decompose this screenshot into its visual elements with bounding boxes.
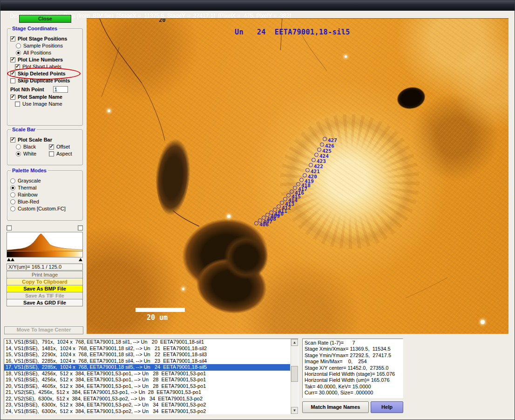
list-item[interactable]: 19, VS1(BSE), 4256x, 512 x 384, EETA7900… [4,377,290,383]
list-item[interactable]: 17, VS1(BSE), 2285x, 1024 x 768, EETA790… [4,364,290,371]
list-item[interactable]: 18, VS1(BSE), 4256x, 512 x 384, EETA7900… [4,371,290,377]
print-image-button[interactable]: Print Image [7,271,83,278]
app-window: Display Probe Image Data (from .BIM file… [0,0,515,420]
list-item[interactable]: 24, VS1(BSE), 6300x, 512 x 384, EETA7900… [4,408,290,415]
scroll-up-button[interactable]: ▲ [291,339,298,346]
list-scrollbar[interactable]: ▲ ▼ [291,339,298,414]
blue-red-label: Blue-Red [18,199,39,204]
range-slider-right[interactable] [79,258,82,261]
probe-image[interactable]: 20 Un 24 EETA79001,18-sil5 4064074084094… [87,18,508,334]
plot-line-numbers-label: Plot Line Numbers [18,57,63,62]
stage-point-421: 421 [305,168,310,172]
stage-point-416: 416 [290,190,294,194]
skip-duplicate-points-checkbox[interactable] [10,78,15,83]
black-radio[interactable] [16,144,21,149]
group-title: Scale Bar [11,127,37,132]
stage-point-414: 414 [283,197,287,201]
point-circle [312,158,316,162]
save-as-grd-button[interactable]: Save As GRD File [7,299,83,306]
skip-deleted-points-label: Skip Deleted Points [18,71,66,76]
list-item[interactable]: 15, VS1(BSE), 2290x, 1024 x 768, EETA790… [4,352,290,358]
save-as-bmp-button[interactable]: Save As BMP File [7,285,83,292]
plot-scale-bar-label: Plot Scale Bar [18,137,52,142]
rainbow-radio[interactable] [10,192,15,197]
point-circle [280,201,284,205]
scroll-down-button[interactable]: ▼ [291,407,298,414]
point-circle [320,142,324,147]
stage-point-412: 412 [277,204,281,209]
blue-red-radio[interactable] [10,199,15,204]
range-slider-left2[interactable] [11,258,14,261]
list-item[interactable]: 14, VS1(BSE), 1481x, 1024 x 768, EETA790… [4,345,290,352]
thermal-radio[interactable] [10,185,15,190]
aspect-checkbox[interactable] [49,151,54,156]
black-label: Black [23,144,39,149]
plot-stage-positions-checkbox[interactable] [10,36,15,41]
point-circle [314,153,318,157]
plot-nth-point-label: Plot Nth Point [10,87,44,92]
list-item[interactable]: 22, VS2(SE), 6300x, 512 x 384, EETA79001… [4,396,290,402]
info-line: Curr= 30.0000, Size= .000000 [305,390,403,396]
grayscale-label: Grayscale [18,178,41,183]
scale-bar-group: Scale Bar Plot Scale Bar BlackOffset Whi… [7,129,83,165]
point-circle [296,182,300,186]
use-image-name-checkbox[interactable] [15,102,20,107]
all-positions-radio[interactable] [16,50,21,55]
point-circle [305,168,310,172]
scale-bar-label: 20 um [147,313,168,322]
stage-point-419: 419 [299,178,304,182]
plot-stage-positions-label: Plot Stage Positions [18,36,67,41]
sample-positions-radio[interactable] [16,43,21,48]
help-button[interactable]: Help [371,401,403,413]
point-circle [299,178,304,182]
bright-spot [182,288,184,290]
histogram-range-sliders[interactable] [7,257,83,262]
plot-short-labels-checkbox[interactable] [15,64,20,69]
grayscale-radio[interactable] [10,178,15,183]
plot-scale-bar-checkbox[interactable] [10,137,15,142]
image-list[interactable]: 13, VS1(BSE), 791x, 1024 x 768, EETA7900… [4,339,298,414]
list-item[interactable]: 21, VS2(SE), 4256x, 512 x 384, EETA79001… [4,389,290,396]
range-slider-left[interactable] [7,258,11,261]
scale-bar [136,308,185,312]
histogram-right-checkbox[interactable] [78,225,83,230]
close-button[interactable]: Close [19,15,71,23]
plot-nth-input[interactable] [53,86,68,93]
info-panel: Scan Rate (1-7)= 7Stage Xmin/Xmax= 11369… [302,339,403,398]
group-title: Palette Modes [11,168,48,173]
plot-sample-name-checkbox[interactable] [10,95,15,100]
custom-palette-radio[interactable] [10,206,15,211]
histogram-range-checkboxes [7,225,83,230]
stage-point-424: 424 [314,153,318,157]
info-line: Stage X/Y center= 11452.0, 27355.0 [305,365,403,371]
point-number-label: 427 [328,137,337,143]
point-circle [293,186,297,190]
bright-spot [108,109,110,112]
point-circle [317,148,321,152]
offset-label: Offset [56,144,70,149]
move-to-image-center-button: Move To Image Center [4,326,83,334]
histogram-left-checkbox[interactable] [7,225,12,230]
plot-line-numbers-checkbox[interactable] [10,57,15,62]
stage-coordinates-group: Stage Coordinates Plot Stage Positions S… [7,28,83,126]
xy-coordinate-field[interactable]: X/Y(um)= 165.1 / 125.0 [7,264,83,271]
list-item[interactable]: 20, VS1(BSE), 4605x, 512 x 384, EETA7900… [4,383,290,390]
intensity-histogram[interactable] [7,232,83,251]
white-radio[interactable] [16,151,21,156]
list-item[interactable]: 16, VS1(BSE), 2285x, 1024 x 768, EETA790… [4,358,290,365]
aspect-label: Aspect [56,151,72,156]
skip-deleted-points-checkbox[interactable] [10,71,15,76]
point-circle [277,204,281,209]
plot-short-labels-label: Plot Short Labels [22,64,61,69]
list-item[interactable]: 23, VS1(BSE), 6300x, 512 x 384, EETA7900… [4,402,290,408]
point-circle [286,193,291,197]
match-image-names-button[interactable]: Match Image Names [302,401,369,413]
copy-to-clipboard-button[interactable]: Copy To Clipboard [7,278,83,285]
all-positions-label: All Positions [23,50,51,55]
group-title: Stage Coordinates [11,26,59,31]
titlebar[interactable]: Display Probe Image Data (from .BIM file… [0,0,515,11]
offset-checkbox[interactable] [49,144,54,149]
stage-point-423: 423 [312,158,316,162]
scrollbar-thumb[interactable] [291,366,298,382]
list-item[interactable]: 13, VS1(BSE), 791x, 1024 x 768, EETA7900… [4,339,290,345]
